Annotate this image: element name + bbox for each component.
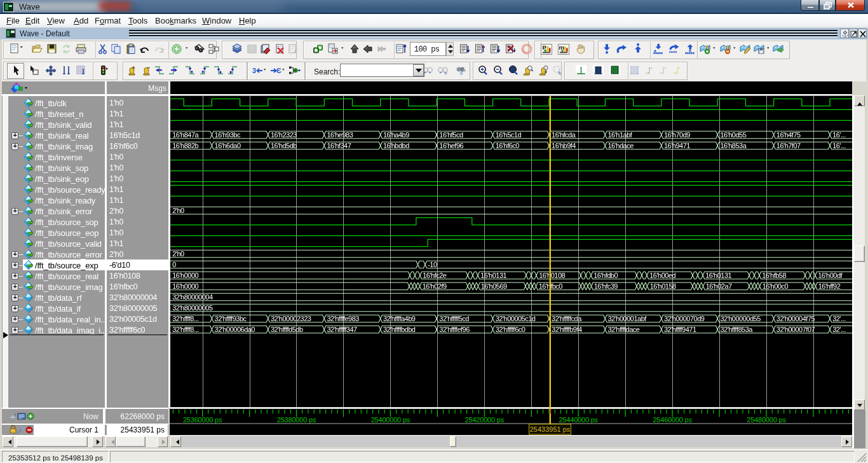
svg-text:16'h0131: 16'h0131	[480, 272, 506, 279]
svg-text:32'hffffbdbd: 32'hffffbdbd	[383, 326, 416, 333]
svg-text:16'h0000: 16'h0000	[172, 272, 198, 279]
svg-text:32'h00006da0: 32'h00006da0	[215, 326, 255, 333]
svg-text:16'h847a: 16'h847a	[172, 131, 199, 139]
svg-text:16'h0131: 16'h0131	[705, 272, 731, 279]
svg-text:32'...: 32'...	[832, 315, 846, 322]
svg-text:25460000 ps: 25460000 ps	[653, 416, 692, 424]
svg-text:32'h000070d9: 32'h000070d9	[664, 315, 705, 322]
svg-text:m: m	[559, 44, 564, 51]
svg-text:32'h00002323: 32'h00002323	[271, 315, 311, 322]
svg-text:16'hfcda: 16'hfcda	[552, 131, 576, 139]
svg-text:16'hb9f4: 16'hb9f4	[552, 142, 576, 149]
svg-text:16'hdace: 16'hdace	[608, 142, 634, 149]
svg-text:32'h00007f07: 32'h00007f07	[776, 326, 815, 333]
svg-text:16'hef96: 16'hef96	[439, 142, 463, 149]
svg-text:32'h80000004: 32'h80000004	[172, 293, 213, 301]
svg-text:32'hffffef96: 32'hffffef96	[439, 326, 470, 333]
svg-text:16'h00ed: 16'h00ed	[649, 272, 675, 279]
svg-text:32'hfffff5cd: 32'hfffff5cd	[439, 315, 469, 322]
svg-text:16'h5c1d: 16'h5c1d	[496, 131, 522, 139]
svg-text:16'hf347: 16'hf347	[327, 142, 351, 149]
svg-text:32'h80000005: 32'h80000005	[172, 304, 213, 312]
svg-text:16'h0108: 16'h0108	[539, 272, 565, 279]
svg-text:16'h02f9: 16'h02f9	[423, 282, 447, 290]
svg-text:32'h00004f75: 32'h00004f75	[776, 315, 815, 322]
svg-text:32'hffff8...: 32'hffff8...	[172, 315, 199, 322]
svg-text:32'hffffd5db: 32'hffffd5db	[271, 326, 303, 333]
svg-text:32'hffff853a: 32'hffff853a	[720, 326, 753, 333]
svg-text:-10: -10	[428, 261, 437, 268]
svg-text:32'hffffb9f4: 32'hffffb9f4	[552, 326, 582, 333]
svg-text:16'ha4b9: 16'ha4b9	[383, 131, 409, 139]
svg-text:16'h7f07: 16'h7f07	[776, 142, 801, 149]
svg-text:16'h9471: 16'h9471	[664, 142, 690, 149]
svg-text:32'h00001abf: 32'h00001abf	[608, 315, 648, 322]
svg-text:16'hf5cd: 16'hf5cd	[439, 131, 463, 139]
svg-text:32'hffff9471: 32'hffff9471	[664, 326, 696, 333]
svg-text:25433951 ps: 25433951 ps	[530, 425, 571, 433]
svg-text:16'hff92: 16'hff92	[818, 282, 841, 290]
svg-text:32'hffff93bc: 32'hffff93bc	[215, 315, 247, 322]
svg-text:16'hbdbd: 16'hbdbd	[383, 142, 409, 149]
svg-text:16'h882b: 16'h882b	[172, 142, 198, 149]
svg-text:2'h0: 2'h0	[172, 207, 184, 214]
svg-text:16'hf6c0: 16'hf6c0	[496, 142, 520, 149]
svg-text:16'hfc2e: 16'hfc2e	[423, 272, 447, 279]
svg-text:25400000 ps: 25400000 ps	[371, 416, 410, 424]
svg-text:16'hfdb0: 16'hfdb0	[593, 272, 618, 279]
svg-text:16'hfc39: 16'hfc39	[594, 282, 618, 290]
svg-text:16'h2323: 16'h2323	[271, 131, 297, 139]
svg-text:16'h0d55: 16'h0d55	[720, 131, 746, 139]
svg-text:32'hffffdace: 32'hffffdace	[608, 326, 640, 333]
svg-text:32'hffffe983: 32'hffffe983	[327, 315, 359, 322]
svg-text:16'h70d9: 16'h70d9	[664, 131, 690, 139]
svg-text:16'h853a: 16'h853a	[720, 142, 747, 149]
svg-text:16'h02a7: 16'h02a7	[706, 282, 732, 290]
svg-text:25360000 ps: 25360000 ps	[183, 416, 222, 424]
svg-text:0: 0	[172, 261, 176, 268]
svg-text:32'hffffa4b9: 32'hffffa4b9	[383, 315, 416, 322]
svg-text:25480000 ps: 25480000 ps	[747, 416, 786, 424]
svg-text:2'h0: 2'h0	[172, 250, 184, 258]
svg-text:16'hd5db: 16'hd5db	[271, 142, 297, 149]
svg-text:16'h00c0: 16'h00c0	[763, 282, 789, 290]
svg-text:16'h4f75: 16'h4f75	[776, 131, 801, 139]
svg-text:25380000 ps: 25380000 ps	[277, 416, 316, 424]
svg-text:16'h6da0: 16'h6da0	[215, 142, 241, 149]
svg-text:16'...: 16'...	[832, 131, 846, 139]
svg-text:25440000 ps: 25440000 ps	[559, 416, 598, 424]
svg-text:16'h0000: 16'h0000	[172, 282, 198, 290]
svg-text:16'h0569: 16'h0569	[481, 282, 507, 290]
svg-text:16'h0158: 16'h0158	[650, 282, 676, 290]
svg-text:16'...: 16'...	[832, 142, 846, 149]
svg-text:16'h93bc: 16'h93bc	[215, 131, 241, 139]
svg-text:16'h1abf: 16'h1abf	[608, 131, 633, 139]
svg-text:16'he983: 16'he983	[327, 131, 353, 139]
svg-text:32'hfffffcda: 32'hfffffcda	[552, 315, 582, 322]
svg-text:16'hfb58: 16'hfb58	[762, 272, 786, 279]
svg-text:Є: Є	[276, 67, 281, 74]
svg-text:32'h00000d55: 32'h00000d55	[720, 315, 761, 322]
svg-text:32'...: 32'...	[832, 326, 846, 333]
svg-text:3: 3	[252, 67, 256, 74]
svg-text:16'h00df: 16'h00df	[818, 272, 843, 279]
svg-text:25420000 ps: 25420000 ps	[465, 416, 505, 424]
svg-text:32'hffff8...: 32'hffff8...	[172, 326, 199, 333]
svg-text:32'hfffff347: 32'hfffff347	[327, 326, 357, 333]
svg-text:32'hfffff6c0: 32'hfffff6c0	[496, 326, 526, 333]
svg-text:32'h00005c1d: 32'h00005c1d	[496, 315, 536, 322]
